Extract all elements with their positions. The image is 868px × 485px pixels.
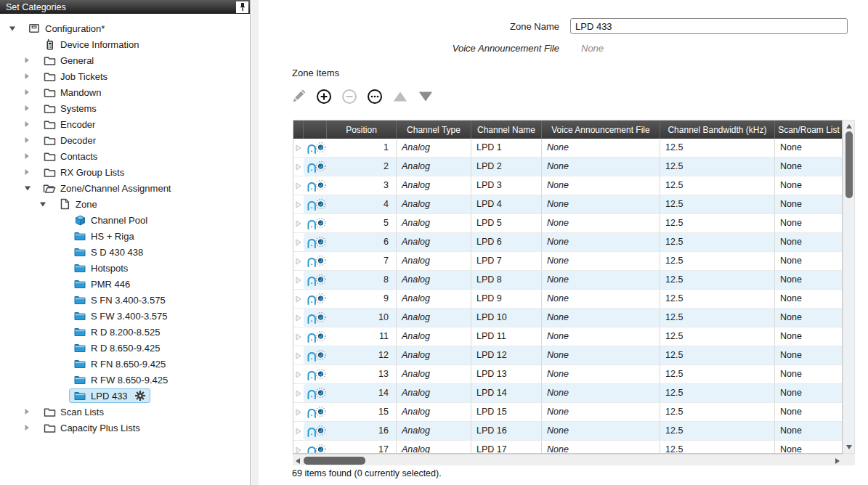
sidebar-item-s-fw-3-400-3-575[interactable]: S FW 3.400-3.575 [0,308,250,324]
tree-expand-icon[interactable] [24,57,38,64]
gear-icon[interactable] [134,390,146,402]
column-header-channel-bandwidth-khz[interactable]: Channel Bandwidth (kHz) [660,121,775,139]
scroll-down-icon[interactable] [846,445,852,449]
scroll-right-icon[interactable] [835,458,840,464]
column-header-scan-roam-list[interactable]: Scan/Roam List [775,121,843,139]
sidebar-item-general[interactable]: General [0,52,250,68]
tree-node[interactable]: S FW 3.400-3.575 [69,309,172,323]
column-header-voice-announcement-file[interactable]: Voice Announcement File [542,121,660,139]
column-header-position[interactable]: Position [327,121,397,139]
table-row[interactable]: 11AnalogLPD 11None12.5None [293,327,842,346]
horizontal-scrollbar[interactable] [293,454,843,465]
row-expander-icon[interactable] [293,233,304,251]
row-expander-icon[interactable] [293,271,304,289]
table-row[interactable]: 4AnalogLPD 4None12.5None [293,195,842,214]
sidebar-item-hotspots[interactable]: Hotspots [0,260,250,276]
tree-node[interactable]: Capacity Plus Lists [38,421,145,435]
panel-splitter[interactable] [251,0,259,485]
row-expander-icon[interactable] [293,384,304,402]
tree-node[interactable]: Mandown [38,86,105,99]
tree-node[interactable]: Configuration* [23,21,109,36]
table-row[interactable]: 5AnalogLPD 5None12.5None [293,214,842,233]
row-expander-icon[interactable] [293,346,304,364]
tree-node[interactable]: LPD 433 [69,388,150,403]
table-row[interactable]: 16AnalogLPD 16None12.5None [293,422,842,441]
sidebar-item-zone-channel-assignment[interactable]: Zone/Channel Assignment [0,180,250,196]
sidebar-item-decoder[interactable]: Decoder [0,132,250,148]
tree-node[interactable]: RX Group Lists [38,166,129,179]
tree-node[interactable]: R D 8.200-8.525 [69,325,164,339]
sidebar-item-systems[interactable]: Systems [0,100,250,116]
tree-node[interactable]: Zone/Channel Assignment [38,182,175,195]
sidebar-item-r-fn-8-650-9-425[interactable]: R FN 8.650-9.425 [0,356,250,372]
row-expander-icon[interactable] [293,422,304,440]
tree-node[interactable]: Systems [38,102,101,115]
row-expander-icon[interactable] [293,290,304,308]
tree-expand-icon[interactable] [24,89,38,96]
scroll-left-icon[interactable] [296,458,300,464]
more-options-icon[interactable] [367,89,383,105]
tree-expand-icon[interactable] [24,152,38,160]
tree-node[interactable]: General [38,54,98,68]
sidebar-item-r-d-8-200-8-525[interactable]: R D 8.200-8.525 [0,324,250,340]
tree-node[interactable]: R FW 8.650-9.425 [69,373,172,387]
zone-name-input[interactable] [570,18,848,34]
tree-expand-icon[interactable] [24,168,38,176]
table-row[interactable]: 6AnalogLPD 6None12.5None [293,233,842,252]
tree-node[interactable]: Zone [54,197,102,211]
pin-icon[interactable] [236,1,248,13]
sidebar-item-zone[interactable]: Zone [0,196,250,212]
row-expander-icon[interactable] [293,214,304,232]
tree-node[interactable]: Job Tickets [38,70,112,83]
tree-node[interactable]: R D 8.650-9.425 [69,341,164,355]
sidebar-item-configuration[interactable]: Configuration* [0,20,250,36]
column-header-channel-name[interactable]: Channel Name [471,121,542,139]
tree-node[interactable]: Channel Pool [69,213,152,227]
tree-expand-icon[interactable] [24,408,38,415]
row-expander-icon[interactable] [293,327,304,346]
table-row[interactable]: 2AnalogLPD 2None12.5None [293,158,842,176]
tree-expand-icon[interactable] [24,121,38,128]
table-row[interactable]: 14AnalogLPD 14None12.5None [293,384,842,403]
table-row[interactable]: 7AnalogLPD 7None12.5None [293,252,842,271]
sidebar-item-pmr-446[interactable]: PMR 446 [0,276,250,292]
tree-node[interactable]: R FN 8.650-9.425 [69,357,170,371]
row-expander-icon[interactable] [293,252,304,270]
row-expander-icon[interactable] [293,139,304,157]
column-header-channel-type[interactable]: Channel Type [397,121,471,139]
row-expander-icon[interactable] [293,403,304,421]
sidebar-item-lpd-433[interactable]: LPD 433 [0,388,250,404]
table-row[interactable]: 13AnalogLPD 13None12.5None [293,365,842,384]
table-row[interactable]: 10AnalogLPD 10None12.5None [293,309,842,327]
row-expander-icon[interactable] [293,176,304,195]
sidebar-item-hs-riga[interactable]: HS + Riga [0,228,250,244]
table-row[interactable]: 3AnalogLPD 3None12.5None [293,176,842,195]
table-row[interactable]: 9AnalogLPD 9None12.5None [293,290,842,309]
table-row[interactable]: 8AnalogLPD 8None12.5None [293,271,842,290]
table-row[interactable]: 1AnalogLPD 1None12.5None [293,139,842,158]
tree-collapse-icon[interactable] [24,185,38,192]
horizontal-scrollbar-thumb[interactable] [304,457,365,465]
sidebar-item-job-tickets[interactable]: Job Tickets [0,68,250,84]
tree-expand-icon[interactable] [24,136,38,144]
sidebar-item-rx-group-lists[interactable]: RX Group Lists [0,164,250,180]
tree-node[interactable]: HS + Riga [69,229,139,243]
tree-collapse-icon[interactable] [39,201,54,208]
tree-node[interactable]: S D 430 438 [69,245,147,259]
vertical-scrollbar[interactable] [843,120,855,454]
tree-node[interactable]: Hotspots [69,261,132,275]
tree-node[interactable]: Scan Lists [38,405,108,419]
row-expander-icon[interactable] [293,441,304,454]
sidebar-item-encoder[interactable]: Encoder [0,116,250,132]
sidebar-item-channel-pool[interactable]: Channel Pool [0,212,250,228]
scroll-up-icon[interactable] [846,124,852,129]
row-expander-icon[interactable] [293,195,304,213]
sidebar-item-s-d-430-438[interactable]: S D 430 438 [0,244,250,260]
sidebar-item-r-d-8-650-9-425[interactable]: R D 8.650-9.425 [0,340,250,356]
add-icon[interactable] [316,89,332,105]
tree-expand-icon[interactable] [24,105,38,112]
tree-node[interactable]: S FN 3.400-3.575 [69,293,170,307]
table-row[interactable]: 15AnalogLPD 15None12.5None [293,403,842,422]
tree-collapse-icon[interactable] [9,25,23,32]
tree-node[interactable]: Encoder [38,118,100,131]
